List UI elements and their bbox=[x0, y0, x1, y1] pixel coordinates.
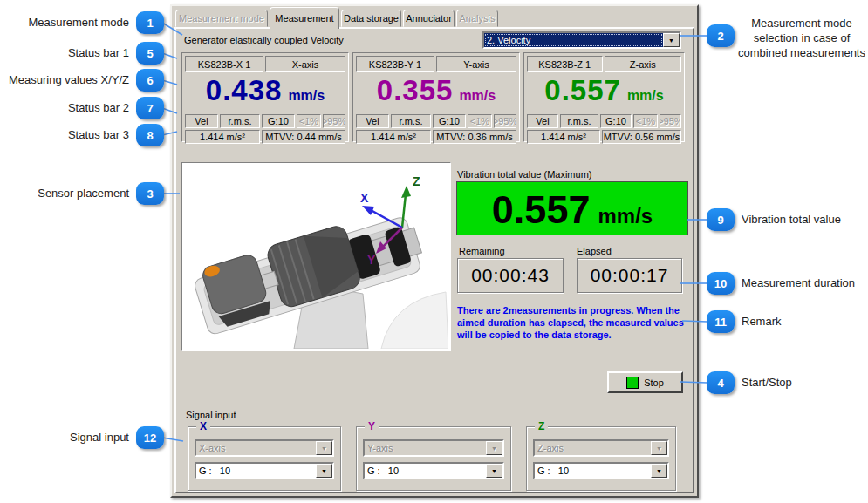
page: { "app": { "tabs": [ { "label": "Measure… bbox=[0, 0, 868, 503]
measuring-value-z: 0.557 mm/s bbox=[524, 74, 684, 112]
callout-9[interactable]: 9 bbox=[707, 208, 735, 231]
vibration-total-value: 0.557 bbox=[492, 187, 591, 233]
status-bar-3: 1.414 m/s² MTVV: 0.44 mm/s bbox=[185, 130, 345, 144]
mtvv-cell: MTVV: 0.44 mm/s bbox=[262, 130, 345, 144]
axis-label-y: Y bbox=[367, 253, 376, 267]
callout-4[interactable]: 4 bbox=[707, 371, 735, 394]
acceleration-cell: 1.414 m/s² bbox=[185, 130, 260, 144]
vibration-total-display: 0.557 mm/s bbox=[456, 181, 688, 235]
callout-label-status-bar-1: Status bar 1 bbox=[0, 46, 129, 59]
value-number: 0.557 bbox=[544, 74, 621, 107]
status-bar-2: Vel r.m.s. G:10 <1% >95% bbox=[527, 114, 681, 128]
measurement-mode-select[interactable]: 2. Velocity ▼ bbox=[482, 31, 681, 49]
x-axis-select: X-axis ▼ bbox=[195, 439, 334, 457]
z-gain-select[interactable]: G : 10 ▼ bbox=[533, 462, 669, 479]
signal-group-y-legend: Y bbox=[365, 420, 379, 432]
callout-12[interactable]: 12 bbox=[136, 426, 164, 449]
overrange-cell: >95% bbox=[660, 114, 681, 128]
measuring-value-y: 0.355 mm/s bbox=[353, 74, 519, 112]
quantity-cell: Vel bbox=[185, 114, 218, 128]
vibration-total-label: Vibration total value (Maximum) bbox=[457, 169, 591, 180]
sensor-placement-image: X Z Y bbox=[181, 162, 451, 351]
signal-group-x-legend: X bbox=[196, 420, 210, 432]
stop-indicator-icon bbox=[626, 377, 639, 389]
callout-8[interactable]: 8 bbox=[136, 124, 164, 146]
tab-data-storage[interactable]: Data storage bbox=[341, 10, 401, 27]
signal-group-z-legend: Z bbox=[535, 420, 548, 432]
callout-5[interactable]: 5 bbox=[136, 42, 164, 65]
status-bar-3: 1.414 m/s² MTVV: 0.56 mm/s bbox=[527, 130, 681, 144]
status-bar-3: 1.414 m/s² MTVV: 0.36 mm/s bbox=[356, 130, 516, 144]
signal-group-x: X X-axis ▼ G : 10 ▼ bbox=[188, 426, 341, 491]
axis-label-z: Z bbox=[413, 174, 420, 188]
mtvv-cell: MTVV: 0.56 mm/s bbox=[602, 130, 681, 144]
mtvv-cell: MTVV: 0.36 mm/s bbox=[433, 130, 516, 144]
remark-text: There are 2measurements in progress. Whe… bbox=[457, 304, 689, 341]
signal-group-z: Z Z-axis ▼ G : 10 ▼ bbox=[526, 426, 676, 491]
measurement-tab-page: Generator elastically coupled Velocity 2… bbox=[174, 27, 694, 493]
callout-label-status-bar-2: Status bar 2 bbox=[0, 101, 129, 114]
tab-measurement[interactable]: Measurement bbox=[270, 7, 339, 29]
y-gain-select[interactable]: G : 10 ▼ bbox=[363, 462, 504, 479]
detector-cell: r.m.s. bbox=[391, 114, 431, 128]
axis-cell: Z-axis bbox=[605, 56, 682, 72]
tab-measurement-mode: Measurement mode bbox=[175, 10, 268, 27]
vibration-total-unit: mm/s bbox=[598, 204, 653, 228]
sensor-id-cell: KS823B-Y 1 bbox=[356, 56, 434, 72]
dropdown-arrow-icon: ▼ bbox=[651, 441, 667, 455]
callout-label-status-bar-3: Status bar 3 bbox=[0, 128, 129, 141]
status-bar-2: Vel r.m.s. G:10 <1% >95% bbox=[185, 114, 345, 128]
status-bar-2: Vel r.m.s. G:10 <1% >95% bbox=[356, 114, 516, 128]
callout-7[interactable]: 7 bbox=[136, 97, 164, 119]
value-unit: mm/s bbox=[627, 88, 664, 104]
gain-cell: G:10 bbox=[600, 114, 632, 128]
callout-label-measurement-mode: Measurement mode bbox=[0, 16, 129, 29]
remaining-label: Remaining bbox=[459, 246, 505, 256]
value-unit: mm/s bbox=[288, 88, 325, 104]
callout-10[interactable]: 10 bbox=[707, 272, 735, 295]
channel-panel-z: KS823B-Z 1 Z-axis 0.557 mm/s Vel r.m.s. … bbox=[523, 52, 685, 142]
quantity-cell: Vel bbox=[356, 114, 389, 128]
dropdown-arrow-icon[interactable]: ▼ bbox=[651, 464, 667, 478]
remaining-display: 00:00:43 bbox=[457, 258, 564, 293]
value-number: 0.438 bbox=[206, 74, 283, 107]
signal-input-label: Signal input bbox=[186, 410, 236, 420]
callout-1[interactable]: 1 bbox=[136, 11, 164, 34]
x-gain-select[interactable]: G : 10 ▼ bbox=[195, 462, 334, 479]
tab-analysis: Analysis bbox=[456, 10, 498, 27]
gain-cell: G:10 bbox=[433, 114, 466, 128]
z-axis-select: Z-axis ▼ bbox=[533, 439, 669, 457]
value-number: 0.355 bbox=[377, 74, 454, 107]
dropdown-arrow-icon[interactable]: ▼ bbox=[486, 464, 502, 478]
sensor-id-cell: KS823B-X 1 bbox=[185, 56, 263, 72]
callout-label-start-stop: Start/Stop bbox=[742, 376, 792, 389]
axis-cell: X-axis bbox=[265, 56, 345, 72]
underrange-cell: <1% bbox=[297, 114, 321, 128]
sensor-3d-model: X Z Y bbox=[182, 163, 448, 349]
callout-label-sensor-placement: Sensor placement bbox=[0, 187, 129, 200]
callout-6[interactable]: 6 bbox=[136, 69, 164, 92]
axis-label-x: X bbox=[360, 191, 369, 205]
callout-11[interactable]: 11 bbox=[707, 310, 735, 333]
signal-group-y: Y Y-axis ▼ G : 10 ▼ bbox=[356, 426, 511, 491]
overrange-cell: >95% bbox=[494, 114, 516, 128]
acceleration-cell: 1.414 m/s² bbox=[356, 130, 431, 144]
callout-label-measurement-duration: Measurement duration bbox=[742, 276, 855, 289]
callout-label-vibration-total: Vibration total value bbox=[742, 213, 841, 226]
callout-label-mode-selection: Measurement mode selection in case of co… bbox=[733, 16, 868, 60]
dropdown-arrow-icon[interactable]: ▼ bbox=[663, 33, 680, 47]
stop-button-label: Stop bbox=[644, 377, 664, 388]
callout-3[interactable]: 3 bbox=[136, 182, 164, 205]
dropdown-arrow-icon[interactable]: ▼ bbox=[316, 464, 332, 478]
overrange-cell: >95% bbox=[323, 114, 345, 128]
stop-button[interactable]: Stop bbox=[607, 371, 683, 393]
underrange-cell: <1% bbox=[468, 114, 492, 128]
quantity-cell: Vel bbox=[527, 114, 558, 128]
callout-2[interactable]: 2 bbox=[707, 24, 735, 47]
channel-panel-y: KS823B-Y 1 Y-axis 0.355 mm/s Vel r.m.s. … bbox=[352, 52, 520, 142]
tab-annuciator[interactable]: Annuciator bbox=[403, 10, 455, 27]
sensor-id-cell: KS823B-Z 1 bbox=[527, 56, 603, 72]
dropdown-arrow-icon: ▼ bbox=[486, 441, 502, 455]
callout-label-remark: Remark bbox=[742, 315, 782, 328]
dropdown-arrow-icon: ▼ bbox=[316, 441, 332, 455]
